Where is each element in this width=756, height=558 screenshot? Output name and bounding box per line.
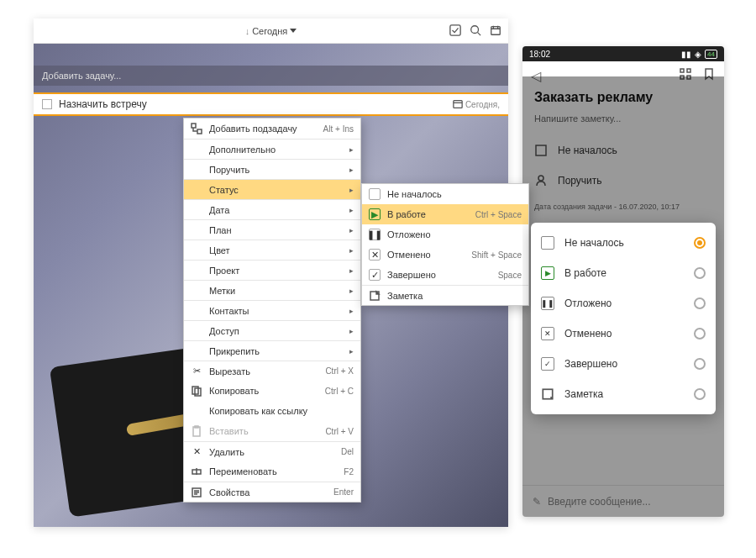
status-postponed[interactable]: ❚❚ Отложено [362,224,528,245]
svg-rect-5 [197,129,202,134]
menu-paste: ВставитьCtrl + V [184,421,360,441]
menu-project[interactable]: Проект▸ [184,260,360,280]
rename-icon [191,466,202,477]
chevron-down-icon [290,29,297,33]
task-row[interactable]: Назначить встречу Сегодня, [34,92,508,116]
empty-box-icon [369,188,381,200]
mstatus-note[interactable]: Заметка [531,379,716,409]
context-menu: Добавить подзадачуAlt + Ins Дополнительн… [183,118,361,503]
svg-rect-0 [450,24,460,34]
menu-contacts[interactable]: Контакты▸ [184,300,360,320]
scissors-icon: ✂ [191,366,202,377]
mstatus-done[interactable]: ✓ Завершено [531,349,716,379]
menu-color[interactable]: Цвет▸ [184,240,360,260]
status-time: 18:02 [529,50,550,59]
mobile-status-bar: 18:02 ▮▮ ◈ 44 [522,46,724,61]
radio-selected[interactable] [694,237,706,249]
svg-rect-13 [680,69,684,72]
mstatus-in-progress[interactable]: ▶ В работе [531,258,716,288]
play-icon: ▶ [541,266,554,280]
note-icon [541,387,554,401]
check-icon[interactable] [449,24,461,38]
mobile-window: 18:02 ▮▮ ◈ 44 ◁ Заказать рекламу Напишит… [522,46,724,517]
svg-point-1 [471,25,479,33]
svg-rect-3 [454,101,462,108]
menu-assign[interactable]: Поручить▸ [184,159,360,179]
task-checkbox[interactable] [42,99,52,109]
mobile-status-dialog: Не началось ▶ В работе ❚❚ Отложено ✕ Отм… [531,223,716,414]
desktop-window: ↓ Сегодня Добавить задачу... Назначить в… [34,18,508,527]
menu-access[interactable]: Доступ▸ [184,320,360,340]
add-task-input[interactable]: Добавить задачу... [34,66,508,86]
menu-plan[interactable]: План▸ [184,219,360,240]
status-in-progress[interactable]: ▶ В работеCtrl + Space [362,204,528,224]
svg-rect-14 [687,69,690,72]
paste-icon [191,425,202,437]
status-cancelled[interactable]: ✕ ОтмененоShift + Space [362,245,528,265]
task-date: Сегодня, [453,99,500,109]
x-icon: ✕ [541,327,554,340]
x-icon: ✕ [369,249,381,261]
task-title: Назначить встречу [59,98,147,110]
status-not-started[interactable]: Не началось [362,184,528,204]
date-filter-dropdown[interactable]: ↓ Сегодня [245,26,297,36]
wifi-icon: ◈ [695,50,701,59]
mstatus-not-started[interactable]: Не началось [531,228,716,258]
svg-rect-2 [491,26,501,34]
menu-cut[interactable]: ✂ ВырезатьCtrl + X [184,361,360,381]
battery-icon: 44 [705,50,717,59]
empty-box-icon [541,236,554,250]
status-note[interactable]: Заметка [362,285,528,305]
check-icon: ✓ [369,269,381,281]
svg-rect-4 [192,124,196,128]
menu-props[interactable]: СвойстваEnter [184,482,360,502]
properties-icon [191,487,202,498]
menu-add-subtask[interactable]: Добавить подзадачуAlt + Ins [184,118,360,139]
mstatus-cancelled[interactable]: ✕ Отменено [531,318,716,349]
radio-unselected[interactable] [694,358,706,370]
search-icon[interactable] [470,24,481,38]
menu-rename[interactable]: ПереименоватьF2 [184,461,360,482]
pause-icon: ❚❚ [369,229,381,240]
menu-status[interactable]: Статус▸ [184,179,360,199]
menu-delete[interactable]: ✕ УдалитьDel [184,441,360,461]
toolbar-label: Сегодня [252,26,287,36]
desktop-toolbar: ↓ Сегодня [34,18,508,44]
signal-icon: ▮▮ [681,50,691,59]
radio-unselected[interactable] [694,297,706,309]
mstatus-postponed[interactable]: ❚❚ Отложено [531,288,716,318]
radio-unselected[interactable] [694,267,706,279]
menu-attach[interactable]: Прикрепить▸ [184,340,360,361]
copy-icon [191,385,202,397]
note-icon [369,290,381,302]
menu-tags[interactable]: Метки▸ [184,280,360,300]
delete-icon: ✕ [191,446,202,458]
calendar-icon[interactable] [490,24,501,38]
radio-unselected[interactable] [694,388,706,400]
check-icon: ✓ [541,357,554,371]
menu-more[interactable]: Дополнительно▸ [184,139,360,159]
play-icon: ▶ [369,208,381,220]
subtask-icon [191,123,202,134]
menu-date[interactable]: Дата▸ [184,199,360,219]
radio-unselected[interactable] [694,328,706,340]
menu-copy[interactable]: КопироватьCtrl + C [184,381,360,401]
pause-icon: ❚❚ [541,297,554,310]
status-done[interactable]: ✓ ЗавершеноSpace [362,265,528,285]
status-submenu: Не началось ▶ В работеCtrl + Space ❚❚ От… [361,183,529,306]
menu-copy-link[interactable]: Копировать как ссылку [184,401,360,421]
